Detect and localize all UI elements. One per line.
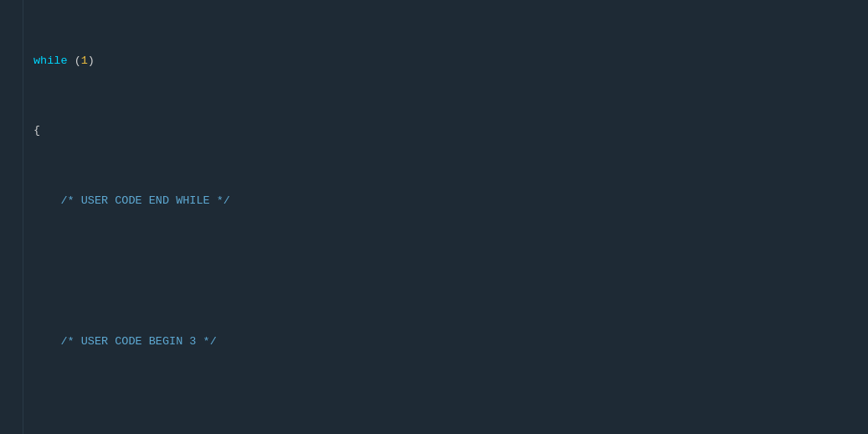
editor-container: while (1) { /* USER CODE END WHILE */ /*… xyxy=(0,0,868,434)
code-area[interactable]: while (1) { /* USER CODE END WHILE */ /*… xyxy=(23,0,868,434)
line-open-brace: { xyxy=(33,122,868,140)
line-comment-begin3: /* USER CODE BEGIN 3 */ xyxy=(33,333,868,351)
line-while: while (1) xyxy=(33,53,868,70)
line-comment-end-while: /* USER CODE END WHILE */ xyxy=(33,193,868,210)
line-blank1 xyxy=(33,263,868,281)
line-numbers xyxy=(0,0,23,434)
line-blank2 xyxy=(33,403,868,421)
